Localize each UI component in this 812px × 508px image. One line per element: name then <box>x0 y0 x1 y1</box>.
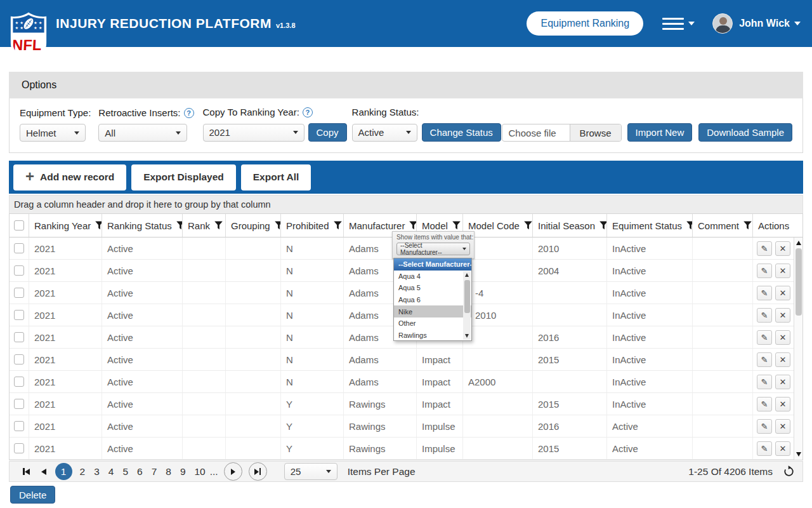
edit-row-button[interactable]: ✎ <box>757 241 772 256</box>
filter-icon[interactable] <box>95 221 102 230</box>
page-number-9[interactable]: 9 <box>176 466 190 478</box>
manufacturer-filter-select[interactable]: --Select Manufacturer-- <box>396 243 470 255</box>
scroll-up-icon[interactable] <box>796 241 801 245</box>
page-number-1[interactable]: 1 <box>55 463 72 480</box>
column-header-actions[interactable]: Actions <box>753 214 794 237</box>
equipment-ranking-nav-button[interactable]: Equipment Ranking <box>527 11 643 36</box>
delete-row-button[interactable]: ✕ <box>775 241 790 256</box>
filter-icon[interactable] <box>743 221 752 230</box>
delete-row-button[interactable]: ✕ <box>775 375 790 389</box>
copy-button[interactable]: Copy <box>308 123 347 142</box>
ranking-status-select[interactable]: Active <box>352 124 417 142</box>
filter-icon[interactable] <box>334 221 342 230</box>
export-all-button[interactable]: Export All <box>241 164 311 190</box>
page-number-8[interactable]: 8 <box>161 466 176 478</box>
column-header-rank[interactable]: Rank <box>183 214 226 237</box>
filter-option-other[interactable]: Other <box>394 318 471 330</box>
edit-row-button[interactable]: ✎ <box>757 441 772 456</box>
row-checkbox[interactable] <box>14 310 24 320</box>
next-page-button[interactable] <box>224 462 242 481</box>
dropdown-scrollbar[interactable] <box>463 271 471 340</box>
page-number-4[interactable]: 4 <box>104 466 119 478</box>
main-menu-button[interactable] <box>662 18 695 30</box>
column-header-prohibited[interactable]: Prohibited <box>281 214 344 237</box>
filter-icon[interactable] <box>686 221 693 230</box>
column-header-equiment-status[interactable]: Equiment Status <box>607 214 693 237</box>
select-all-checkbox[interactable] <box>14 220 24 231</box>
page-number-3[interactable]: 3 <box>89 466 104 478</box>
delete-row-button[interactable]: ✕ <box>775 419 790 434</box>
delete-row-button[interactable]: ✕ <box>775 264 790 278</box>
download-sample-button[interactable]: Download Sample <box>698 123 792 142</box>
edit-row-button[interactable]: ✎ <box>757 397 772 411</box>
column-header-ranking-year[interactable]: Ranking Year <box>29 214 102 237</box>
scroll-down-icon[interactable] <box>465 334 469 338</box>
row-checkbox[interactable] <box>14 354 24 364</box>
refresh-button[interactable] <box>783 465 795 478</box>
filter-icon[interactable] <box>214 221 223 230</box>
filter-option-aqua-4[interactable]: Aqua 4 <box>394 271 471 283</box>
row-checkbox[interactable] <box>14 332 24 342</box>
row-checkbox[interactable] <box>14 288 24 298</box>
add-new-record-button[interactable]: + Add new record <box>13 164 126 190</box>
filter-icon[interactable] <box>599 221 607 230</box>
scrollbar-thumb[interactable] <box>796 248 802 316</box>
edit-row-button[interactable]: ✎ <box>757 286 772 300</box>
delete-row-button[interactable]: ✕ <box>775 286 790 300</box>
edit-row-button[interactable]: ✎ <box>757 375 772 389</box>
scroll-down-icon[interactable] <box>796 452 801 457</box>
column-header-initial-season[interactable]: Initial Season <box>533 214 607 237</box>
filter-icon[interactable] <box>409 221 417 230</box>
row-checkbox[interactable] <box>14 421 24 431</box>
column-header-grouping[interactable]: Grouping <box>226 214 281 237</box>
vertical-scrollbar[interactable] <box>794 237 802 460</box>
delete-row-button[interactable]: ✕ <box>775 441 790 456</box>
delete-row-button[interactable]: ✕ <box>775 397 790 411</box>
filter-icon[interactable] <box>176 221 183 230</box>
change-status-button[interactable]: Change Status <box>422 123 501 142</box>
row-checkbox[interactable] <box>14 399 24 409</box>
filter-option-nike[interactable]: Nike <box>394 305 471 318</box>
question-icon[interactable]: ? <box>184 108 194 118</box>
page-number-7[interactable]: 7 <box>147 466 162 478</box>
edit-row-button[interactable]: ✎ <box>757 330 772 345</box>
last-page-button[interactable] <box>249 462 267 481</box>
choose-file-input[interactable]: Choose file <box>502 124 570 141</box>
browse-button[interactable]: Browse <box>570 124 621 141</box>
filter-option-select-manufacturer[interactable]: --Select Manufacturer-- <box>394 258 471 271</box>
page-size-select[interactable]: 25 <box>284 463 337 480</box>
row-checkbox[interactable] <box>14 443 24 453</box>
column-header-ranking-status[interactable]: Ranking Status <box>102 214 183 237</box>
delete-row-button[interactable]: ✕ <box>775 330 790 345</box>
column-header-comment[interactable]: Comment <box>693 214 753 237</box>
first-page-button[interactable] <box>23 468 30 475</box>
question-icon[interactable]: ? <box>303 107 313 117</box>
scroll-up-icon[interactable] <box>465 273 469 277</box>
edit-row-button[interactable]: ✎ <box>757 264 772 278</box>
filter-icon[interactable] <box>275 221 281 230</box>
row-checkbox[interactable] <box>14 265 24 276</box>
filter-icon[interactable] <box>524 221 532 230</box>
retroactive-inserts-select[interactable]: All <box>98 124 187 142</box>
copy-to-ranking-year-select[interactable]: 2021 <box>203 124 304 142</box>
prev-page-button[interactable] <box>41 469 46 475</box>
scrollbar-thumb[interactable] <box>464 280 470 313</box>
filter-option-aqua-5[interactable]: Aqua 5 <box>394 282 471 294</box>
export-displayed-button[interactable]: Export Displayed <box>131 164 236 190</box>
user-menu-chevron-icon[interactable] <box>794 22 801 25</box>
delete-row-button[interactable]: ✕ <box>775 308 790 323</box>
edit-row-button[interactable]: ✎ <box>757 308 772 323</box>
page-number-5[interactable]: 5 <box>118 466 133 478</box>
filter-option-aqua-6[interactable]: Aqua 6 <box>394 294 471 306</box>
equipment-type-select[interactable]: Helmet <box>20 124 86 142</box>
group-by-drop-zone[interactable]: Drag a column header and drop it here to… <box>9 195 803 213</box>
import-new-button[interactable]: Import New <box>627 123 693 142</box>
page-number-2[interactable]: 2 <box>75 466 90 478</box>
filter-icon[interactable] <box>452 221 461 230</box>
filter-option-rawlings[interactable]: Rawlings <box>394 330 471 341</box>
delete-row-button[interactable]: ✕ <box>775 352 790 367</box>
edit-row-button[interactable]: ✎ <box>757 419 772 434</box>
page-number-6[interactable]: 6 <box>133 466 147 478</box>
row-checkbox[interactable] <box>14 243 24 253</box>
page-number-10[interactable]: 10 <box>190 466 210 478</box>
